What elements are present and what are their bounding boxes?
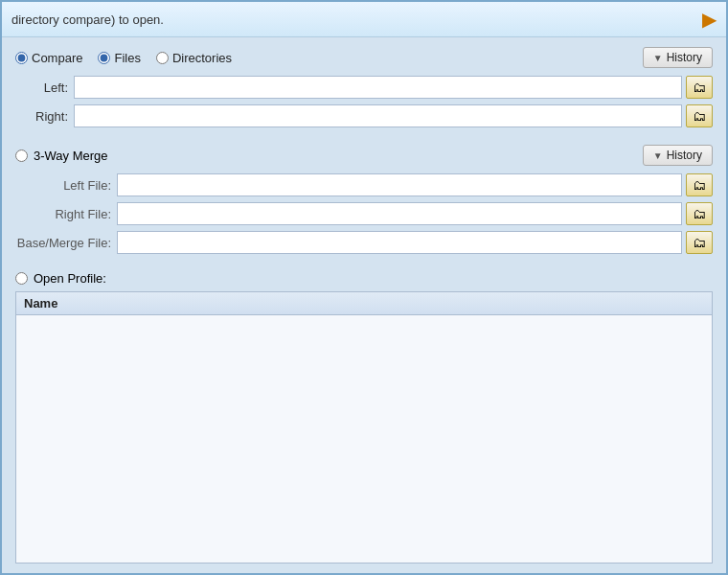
files-radio-group[interactable]: Files <box>98 51 140 65</box>
profile-table-header: Name <box>16 292 712 315</box>
compare-radio[interactable] <box>15 52 28 64</box>
merge-history-button[interactable]: ▼ History <box>643 145 713 166</box>
top-banner: directory compare) to open. ▶ <box>2 2 726 37</box>
merge-history-dropdown-arrow: ▼ <box>653 150 663 161</box>
profile-header: Open Profile: <box>15 271 713 286</box>
compare-history-button[interactable]: ▼ History <box>643 47 713 68</box>
compare-header: Compare Files Directories ▼ <box>15 47 713 68</box>
right-file-row: Right File: 🗂 <box>15 202 713 225</box>
arrow-icon: ▶ <box>702 8 717 31</box>
compare-options: Compare Files Directories <box>15 51 232 65</box>
base-merge-input[interactable] <box>117 231 682 254</box>
files-radio[interactable] <box>98 52 110 64</box>
directories-radio-label[interactable]: Directories <box>172 51 232 65</box>
right-file-input[interactable] <box>117 202 682 225</box>
profile-radio-label[interactable]: Open Profile: <box>34 271 106 286</box>
left-label: Left: <box>15 80 68 95</box>
merge-radio-group[interactable]: 3-Way Merge <box>15 149 108 163</box>
banner-text: directory compare) to open. <box>11 12 694 27</box>
profile-section: Open Profile: Name <box>15 271 713 564</box>
left-input[interactable] <box>74 76 682 99</box>
merge-history-label: History <box>667 149 702 162</box>
merge-radio-label[interactable]: 3-Way Merge <box>34 149 108 163</box>
profile-name-column: Name <box>24 296 57 310</box>
profile-table-body[interactable] <box>16 315 712 563</box>
compare-radio-group[interactable]: Compare <box>15 51 82 65</box>
base-merge-label: Base/Merge File: <box>15 236 111 250</box>
merge-radio[interactable] <box>15 150 28 162</box>
left-file-folder-icon: 🗂 <box>693 177 706 193</box>
merge-section: 3-Way Merge ▼ History Left File: 🗂 Right… <box>15 145 713 260</box>
right-file-folder-icon: 🗂 <box>693 206 706 221</box>
base-merge-folder-button[interactable]: 🗂 <box>686 231 713 254</box>
right-input[interactable] <box>74 104 682 127</box>
right-label: Right: <box>15 109 68 124</box>
right-field-row: Right: 🗂 <box>15 104 713 127</box>
left-folder-icon: 🗂 <box>693 80 706 95</box>
profile-radio[interactable] <box>15 272 28 285</box>
compare-history-label: History <box>667 51 702 64</box>
right-file-label: Right File: <box>15 207 111 221</box>
base-merge-folder-icon: 🗂 <box>693 235 706 250</box>
left-folder-button[interactable]: 🗂 <box>686 76 713 99</box>
left-file-input[interactable] <box>117 173 682 196</box>
history-dropdown-arrow: ▼ <box>653 53 663 63</box>
directories-radio[interactable] <box>156 52 169 64</box>
compare-section: Compare Files Directories ▼ <box>15 47 713 133</box>
right-folder-button[interactable]: 🗂 <box>686 104 713 127</box>
merge-header: 3-Way Merge ▼ History <box>15 145 713 166</box>
left-field-row: Left: 🗂 <box>15 76 713 99</box>
dialog-window: directory compare) to open. ▶ Compare Fi… <box>0 0 728 575</box>
base-merge-row: Base/Merge File: 🗂 <box>15 231 713 254</box>
profile-table: Name <box>15 291 713 564</box>
right-file-folder-button[interactable]: 🗂 <box>686 202 713 225</box>
left-file-label: Left File: <box>15 178 111 193</box>
left-file-row: Left File: 🗂 <box>15 173 713 196</box>
main-content: Compare Files Directories ▼ <box>2 37 726 573</box>
compare-radio-label[interactable]: Compare <box>32 51 82 65</box>
right-folder-icon: 🗂 <box>693 108 706 124</box>
directories-radio-group[interactable]: Directories <box>156 51 232 65</box>
left-file-folder-button[interactable]: 🗂 <box>686 173 713 196</box>
files-radio-label[interactable]: Files <box>114 51 140 65</box>
